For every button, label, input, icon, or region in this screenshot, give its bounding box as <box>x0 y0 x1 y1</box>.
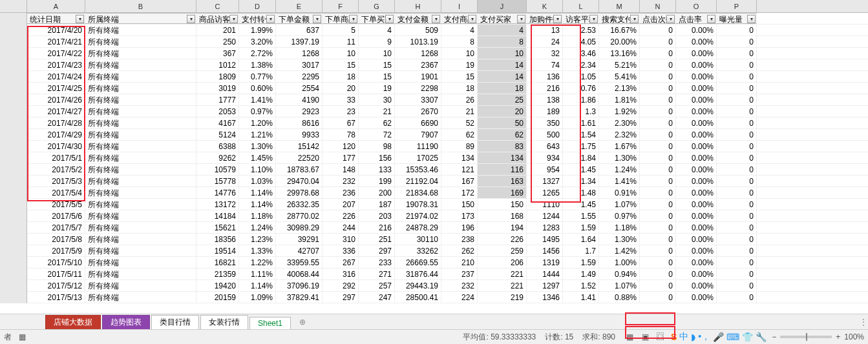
cell[interactable]: 0 <box>640 129 676 140</box>
toolbox-icon[interactable]: 🔧 <box>756 332 767 342</box>
cell[interactable]: 62 <box>441 129 478 140</box>
cell[interactable]: 1495 <box>527 234 563 245</box>
cell[interactable]: 0 <box>640 292 676 303</box>
cell[interactable]: 1013.19 <box>395 36 441 47</box>
cell[interactable]: 250 <box>196 36 239 47</box>
keyboard-icon[interactable]: ⌨ <box>726 332 739 342</box>
cell[interactable]: 0.00% <box>676 210 717 221</box>
cell[interactable]: 0 <box>717 83 757 94</box>
cell[interactable]: 136 <box>527 71 563 82</box>
cell[interactable]: 244 <box>323 222 359 233</box>
cell[interactable]: 0 <box>640 210 676 221</box>
cell[interactable]: 72 <box>359 129 395 140</box>
cell[interactable]: 2670 <box>395 106 441 117</box>
col-header-E[interactable]: E <box>276 0 323 12</box>
cell[interactable]: 0 <box>640 59 676 70</box>
cell[interactable]: 2017/4/26 <box>27 94 85 105</box>
cell[interactable]: 1012 <box>196 59 239 70</box>
cell[interactable]: 0 <box>640 176 676 187</box>
cell[interactable]: 1.03% <box>239 176 276 187</box>
cell[interactable]: 0 <box>717 222 757 233</box>
col-header-B[interactable]: B <box>85 0 196 12</box>
cell[interactable]: 26332.35 <box>276 199 323 210</box>
cell[interactable]: 19 <box>441 59 478 70</box>
col-header-G[interactable]: G <box>359 0 395 12</box>
select-all-corner[interactable] <box>0 0 27 12</box>
cell[interactable]: 0.00% <box>676 48 717 59</box>
cell[interactable]: 9933 <box>276 129 323 140</box>
cell[interactable]: 8 <box>478 36 527 47</box>
cell[interactable]: 509 <box>395 25 441 35</box>
cell[interactable]: 173 <box>441 210 478 221</box>
cell[interactable]: 6690 <box>395 117 441 128</box>
cell[interactable]: 17025 <box>395 152 441 163</box>
cell[interactable]: 9 <box>359 36 395 47</box>
cell[interactable]: 206 <box>478 257 527 268</box>
cell[interactable]: 所有终端 <box>85 117 196 128</box>
cell[interactable]: 29443.19 <box>395 280 441 291</box>
cell[interactable]: 0 <box>717 210 757 221</box>
cell[interactable]: 0 <box>640 106 676 117</box>
cell[interactable]: 1.48 <box>563 187 599 198</box>
cell[interactable]: 1.61 <box>563 117 599 128</box>
cell[interactable]: 1.3 <box>563 106 599 117</box>
cell[interactable]: 所有终端 <box>85 268 196 279</box>
cell[interactable]: 所有终端 <box>85 25 196 35</box>
cell[interactable]: 0 <box>640 141 676 152</box>
cell[interactable]: 2017/5/10 <box>27 257 85 268</box>
cell[interactable]: 62 <box>359 117 395 128</box>
cell[interactable]: 177 <box>323 152 359 163</box>
cell[interactable]: 1.07% <box>599 280 640 291</box>
header-cell[interactable]: 支付金额▾ <box>395 13 441 24</box>
cell[interactable]: 1.7 <box>563 245 599 256</box>
cell[interactable]: 2017/4/28 <box>27 117 85 128</box>
cell[interactable]: 0.00% <box>676 94 717 105</box>
cell[interactable]: 1.92% <box>599 106 640 117</box>
cell[interactable]: 18 <box>478 83 527 94</box>
cell[interactable]: 30989.29 <box>276 222 323 233</box>
spreadsheet-grid[interactable]: ABCDEFGHIJKLMNOP 统计日期▾所属终端▾商品访客▾支付转化▾下单金… <box>0 0 868 314</box>
cell[interactable]: 1.23% <box>239 234 276 245</box>
cell[interactable]: 15 <box>441 71 478 82</box>
cell[interactable]: 0.00% <box>676 268 717 279</box>
cell[interactable]: 1.45 <box>563 164 599 175</box>
filter-dropdown-icon[interactable]: ▾ <box>432 15 440 23</box>
cell[interactable]: 0.76 <box>563 83 599 94</box>
cell[interactable]: 236 <box>323 187 359 198</box>
book-icon[interactable]: ▦ <box>17 332 27 342</box>
cell[interactable]: 1.22% <box>239 257 276 268</box>
cell[interactable]: 13.16% <box>599 48 640 59</box>
cell[interactable]: 187 <box>359 199 395 210</box>
cell[interactable]: 1.24% <box>599 164 640 175</box>
cell[interactable]: 0 <box>640 25 676 35</box>
cell[interactable]: 19078.31 <box>395 199 441 210</box>
cell[interactable]: 89 <box>441 141 478 152</box>
header-cell[interactable]: 支付商品▾ <box>441 13 478 24</box>
cell[interactable]: 1397.19 <box>276 36 323 47</box>
cell[interactable]: 10 <box>359 48 395 59</box>
cell[interactable]: 所有终端 <box>85 245 196 256</box>
header-cell[interactable]: 统计日期▾ <box>27 13 85 24</box>
table-row[interactable]: 2017/4/27所有终端20530.97%292323212670212018… <box>0 106 868 117</box>
cell[interactable]: 42707 <box>276 245 323 256</box>
table-row[interactable]: 2017/4/30所有终端63881.30%151421209811190898… <box>0 141 868 152</box>
cell[interactable]: 133 <box>359 164 395 175</box>
cell[interactable]: 199 <box>359 176 395 187</box>
cell[interactable]: 5.41% <box>599 71 640 82</box>
cell[interactable]: 0.00% <box>676 292 717 303</box>
cell[interactable]: 2017/5/11 <box>27 268 85 279</box>
cell[interactable]: 21974.02 <box>395 210 441 221</box>
table-row[interactable]: 2017/4/20所有终端2011.99%6375450944132.5316.… <box>0 25 868 36</box>
cell[interactable]: 1244 <box>527 210 563 221</box>
col-header-H[interactable]: H <box>395 0 441 12</box>
table-row[interactable]: 2017/4/21所有终端2503.20%1397.191191013.1988… <box>0 36 868 48</box>
cell[interactable]: 50 <box>478 117 527 128</box>
cell[interactable]: 32 <box>527 48 563 59</box>
cell[interactable]: 24878.29 <box>395 222 441 233</box>
header-cell[interactable]: 下单商品▾ <box>323 13 359 24</box>
cell[interactable]: 0 <box>717 141 757 152</box>
cell[interactable]: 271 <box>359 268 395 279</box>
zoom-out-icon[interactable]: − <box>772 332 776 341</box>
cell[interactable]: 40068.44 <box>276 268 323 279</box>
cell[interactable]: 0 <box>717 106 757 117</box>
